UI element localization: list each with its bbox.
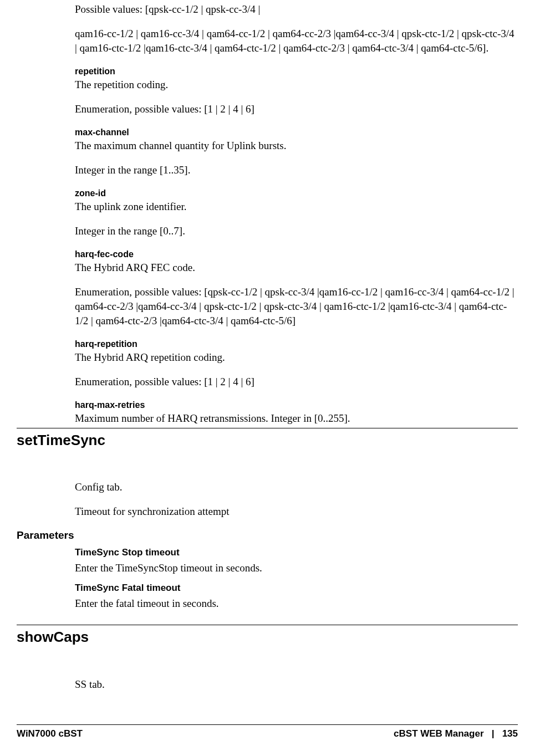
section-heading-settimesync: setTimeSync: [17, 428, 518, 449]
subheading-parameters: Parameters: [17, 529, 74, 542]
param-harq-repetition: harq-repetition The Hybrid ARQ repetitio…: [75, 338, 518, 389]
param-repetition: repetition The repetition coding. Enumer…: [75, 65, 518, 116]
content-settimesync-params: TimeSync Stop timeout Enter the TimeSync…: [75, 546, 518, 616]
footer-left: WiN7000 cBST: [17, 728, 83, 739]
heading-text: setTimeSync: [17, 432, 518, 449]
section-heading-showcaps: showCaps: [17, 625, 518, 646]
param-desc: The Hybrid ARQ repetition coding.: [75, 350, 518, 365]
param-name: harq-repetition: [75, 338, 518, 350]
param-name: TimeSync Stop timeout: [75, 546, 518, 559]
param-zone-id: zone-id The uplink zone identifier. Inte…: [75, 187, 518, 238]
param-max-channel: max-channel The maximum channel quantity…: [75, 126, 518, 177]
possible-values-rest: qam16-cc-1/2 | qam16-cc-3/4 | qam64-cc-1…: [75, 27, 518, 55]
param-name: max-channel: [75, 126, 518, 139]
param-name: harq-max-retries: [75, 399, 518, 411]
param-extra: Enumeration, possible values: [qpsk-cc-1…: [75, 285, 518, 328]
param-name: zone-id: [75, 187, 518, 200]
page: Possible values: [qpsk-cc-1/2 | qpsk-cc-…: [0, 0, 550, 756]
param-timesync-fatal: TimeSync Fatal timeout Enter the fatal t…: [75, 582, 518, 611]
line-config-tab: Config tab.: [75, 480, 518, 494]
param-timesync-stop: TimeSync Stop timeout Enter the TimeSync…: [75, 546, 518, 575]
param-harq-max-retries: harq-max-retries Maximum number of HARQ …: [75, 399, 518, 426]
page-footer: WiN7000 cBST cBST WEB Manager | 135: [17, 724, 518, 739]
content-settimesync: Config tab. Timeout for synchronization …: [75, 480, 518, 527]
param-desc: Maximum number of HARQ retransmissions. …: [75, 411, 518, 426]
footer-right: cBST WEB Manager | 135: [394, 728, 518, 739]
heading-text: showCaps: [17, 629, 518, 646]
param-desc: Enter the fatal timeout in seconds.: [75, 596, 518, 611]
param-desc: The Hybrid ARQ FEC code.: [75, 260, 518, 275]
param-desc: The uplink zone identifier.: [75, 200, 518, 214]
param-name: TimeSync Fatal timeout: [75, 582, 518, 594]
param-desc: The repetition coding.: [75, 78, 518, 92]
param-desc: Enter the TimeSyncStop timeout in second…: [75, 561, 518, 575]
content-showcaps: SS tab.: [75, 677, 518, 702]
possible-values-prefix: Possible values: [qpsk-cc-1/2 | qpsk-cc-…: [75, 2, 518, 17]
param-desc: The maximum channel quantity for Uplink …: [75, 139, 518, 153]
param-extra: Integer in the range [1..35].: [75, 163, 518, 177]
line-ss-tab: SS tab.: [75, 677, 518, 692]
line-timeout-desc: Timeout for synchronization attempt: [75, 504, 518, 519]
param-extra: Enumeration, possible values: [1 | 2 | 4…: [75, 375, 518, 389]
param-name: repetition: [75, 65, 518, 78]
param-name: harq-fec-code: [75, 248, 518, 260]
content-block-top: Possible values: [qpsk-cc-1/2 | qpsk-cc-…: [75, 2, 518, 431]
param-extra: Integer in the range [0..7].: [75, 224, 518, 238]
param-harq-fec-code: harq-fec-code The Hybrid ARQ FEC code. E…: [75, 248, 518, 328]
param-extra: Enumeration, possible values: [1 | 2 | 4…: [75, 102, 518, 116]
